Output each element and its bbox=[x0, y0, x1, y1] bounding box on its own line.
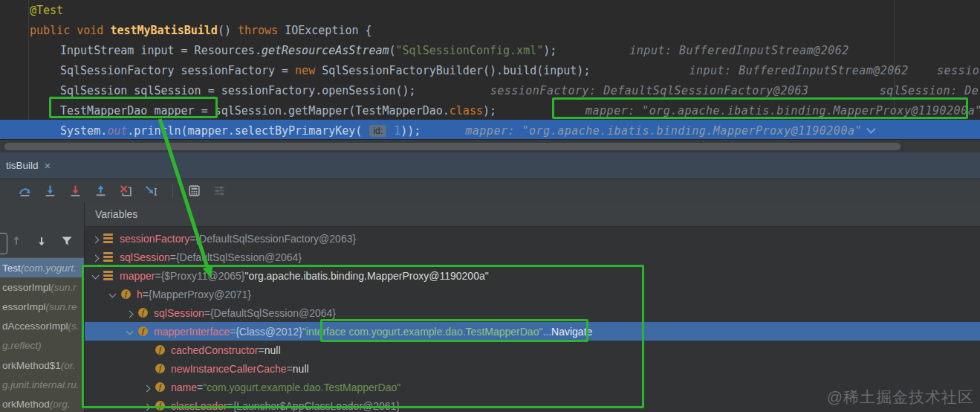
chevron-right-icon[interactable] bbox=[89, 251, 101, 263]
frame-package: (org. bbox=[50, 399, 71, 410]
code-line[interactable]: @Test bbox=[30, 1, 63, 21]
frame-package: g.reflect) bbox=[2, 340, 42, 351]
frame-row[interactable]: orkMethod (org. bbox=[0, 394, 84, 412]
variable-row[interactable]: mapper = {$Proxy11@2065} "org.apache.iba… bbox=[84, 266, 980, 285]
code-token: testMyBatisBuild bbox=[110, 24, 218, 37]
tab-debug-session[interactable]: tisBuild × bbox=[0, 152, 55, 178]
frame-row[interactable]: cessorImpl (sun.r bbox=[0, 277, 84, 297]
variable-row[interactable]: sqlSession = {DefaultSqlSession@2064} bbox=[84, 248, 980, 266]
filter-icon[interactable] bbox=[61, 235, 73, 247]
frame-package: (com.yogurt. bbox=[21, 263, 77, 274]
editor-horizontal-scrollbar[interactable] bbox=[0, 139, 980, 153]
equals-sign: = bbox=[287, 363, 293, 375]
watermark: @稀土掘金技术社区 bbox=[827, 387, 974, 408]
inline-debug-value: sqlSession: DefaultS bbox=[809, 84, 980, 97]
code-line[interactable]: SqlSession sqlSession = sessionFactory.o… bbox=[60, 81, 980, 101]
code-line[interactable]: System.out.println(mapper.selectByPrimar… bbox=[60, 121, 874, 139]
frame-row[interactable]: orkMethod$1 (or. bbox=[0, 355, 84, 375]
code-token: ); bbox=[543, 44, 556, 57]
inline-debug-value: sessionFactory: DefaultSqlSessionFactory… bbox=[490, 84, 809, 97]
code-line[interactable]: SqlSessionFactory sessionFactory = new S… bbox=[60, 61, 980, 81]
frame-down-icon[interactable] bbox=[36, 235, 48, 247]
variable-name: mapperInterface bbox=[154, 326, 230, 338]
chevron-right-icon[interactable] bbox=[89, 233, 101, 245]
field-icon: f bbox=[120, 289, 132, 300]
code-token: System. bbox=[60, 124, 107, 138]
step-over-icon[interactable] bbox=[18, 184, 32, 198]
frame-package: (s. bbox=[68, 321, 79, 332]
variable-value: {MapperProxy@2071} bbox=[149, 289, 251, 300]
frame-row[interactable]: dAccessorImpl (s. bbox=[0, 317, 84, 336]
code-token: id: bbox=[369, 125, 386, 137]
scrollbar-corner-divider bbox=[902, 141, 903, 152]
frame-row[interactable]: g.junit.internal.ru. bbox=[0, 375, 84, 394]
variable-row[interactable]: fcachedConstructor = null bbox=[84, 341, 980, 359]
chevron-right-icon[interactable] bbox=[140, 382, 152, 393]
variable-row[interactable]: fh = {MapperProxy@2071} bbox=[84, 285, 980, 303]
chevron-right-icon[interactable] bbox=[140, 400, 152, 412]
code-token: TestMapperDao mapper = sqlSession.getMap… bbox=[60, 104, 450, 118]
chevron-down-icon[interactable] bbox=[866, 124, 876, 134]
scrollbar-thumb[interactable] bbox=[4, 143, 901, 150]
toolbar-separator bbox=[172, 184, 173, 198]
variable-name: sqlSession bbox=[120, 251, 170, 263]
code-token: .println(mapper.selectByPrimaryKey( bbox=[127, 124, 369, 138]
evaluate-expression-icon[interactable] bbox=[187, 184, 201, 198]
equals-sign: = bbox=[170, 251, 176, 263]
frame-row[interactable]: essorImpl (sun.re bbox=[0, 297, 84, 316]
panel-divider bbox=[84, 202, 85, 412]
drop-frame-icon[interactable] bbox=[119, 184, 133, 198]
run-to-cursor-icon[interactable] bbox=[144, 184, 158, 198]
variables-panel: sessionFactory = {DefaultSqlSessionFacto… bbox=[84, 227, 980, 412]
equals-sign: = bbox=[197, 382, 203, 393]
variable-row[interactable]: fmapperInterface = {Class@2012} "interfa… bbox=[84, 322, 980, 341]
variables-title: Variables bbox=[95, 202, 137, 226]
variable-row[interactable]: fsqlSession = {DefaultSqlSession@2064} bbox=[84, 303, 980, 322]
frame-row[interactable]: Test (com.yogurt. bbox=[0, 258, 84, 277]
code-token: out bbox=[107, 124, 127, 138]
variable-name: name bbox=[171, 382, 197, 393]
tab-close-icon[interactable]: × bbox=[45, 160, 51, 171]
step-into-icon[interactable] bbox=[43, 184, 57, 198]
variable-value: {DefaultSqlSessionFactory@2063} bbox=[195, 233, 356, 245]
frame-package: g.junit.internal.ru. bbox=[2, 379, 79, 390]
code-token: ( bbox=[389, 44, 396, 57]
chevron-down-icon[interactable] bbox=[106, 289, 118, 300]
equals-sign: = bbox=[259, 344, 265, 356]
variable-name: cachedConstructor bbox=[171, 344, 259, 356]
chevron-down-icon[interactable] bbox=[123, 326, 135, 338]
chevron-right-icon[interactable] bbox=[123, 307, 135, 319]
variable-name: sessionFactory bbox=[120, 233, 189, 245]
chevron-down-icon[interactable] bbox=[89, 270, 101, 282]
variable-value: {Class@2012} bbox=[236, 326, 302, 338]
code-editor[interactable]: @Testpublic void testMyBatisBuild() thro… bbox=[0, 0, 980, 139]
trace-settings-icon[interactable] bbox=[212, 184, 227, 198]
frame-package: (sun.re bbox=[46, 301, 77, 312]
frame-row[interactable]: g.reflect) bbox=[0, 336, 84, 355]
navigate-link[interactable]: Navigate bbox=[551, 326, 592, 338]
code-line[interactable]: public void testMyBatisBuild() throws IO… bbox=[30, 21, 372, 41]
frame-method: essorImpl bbox=[2, 301, 46, 312]
frame-up-icon[interactable] bbox=[10, 235, 22, 247]
code-token: InputStream input = Resources. bbox=[60, 44, 262, 57]
variable-value: {$Proxy11@2065} bbox=[161, 270, 245, 282]
code-token: public void bbox=[30, 24, 110, 37]
code-line[interactable]: InputStream input = Resources.getResourc… bbox=[60, 41, 849, 61]
variable-value: {DefaultSqlSession@2064} bbox=[176, 251, 302, 263]
force-step-into-icon[interactable] bbox=[68, 184, 82, 198]
field-icon: f bbox=[137, 326, 149, 337]
code-token: SqlSessionFactoryBuilder().build(input); bbox=[322, 64, 590, 77]
variable-icon bbox=[103, 251, 114, 263]
inline-debug-value: mapper: "org.apache.ibatis.binding.Mappe… bbox=[465, 124, 862, 138]
code-token: throws bbox=[238, 24, 285, 37]
variable-value: null bbox=[293, 363, 309, 375]
code-token: IOException { bbox=[285, 24, 371, 37]
variable-value: null bbox=[265, 344, 281, 356]
debugger-step-toolbar bbox=[0, 178, 980, 202]
frame-package: (or. bbox=[61, 360, 76, 371]
step-out-icon[interactable] bbox=[94, 184, 108, 198]
variables-header: Variables bbox=[84, 202, 980, 227]
variable-row[interactable]: sessionFactory = {DefaultSqlSessionFacto… bbox=[84, 229, 980, 248]
variable-row[interactable]: fnewInstanceCallerCache = null bbox=[84, 359, 980, 378]
code-line[interactable]: TestMapperDao mapper = sqlSession.getMap… bbox=[60, 101, 980, 121]
